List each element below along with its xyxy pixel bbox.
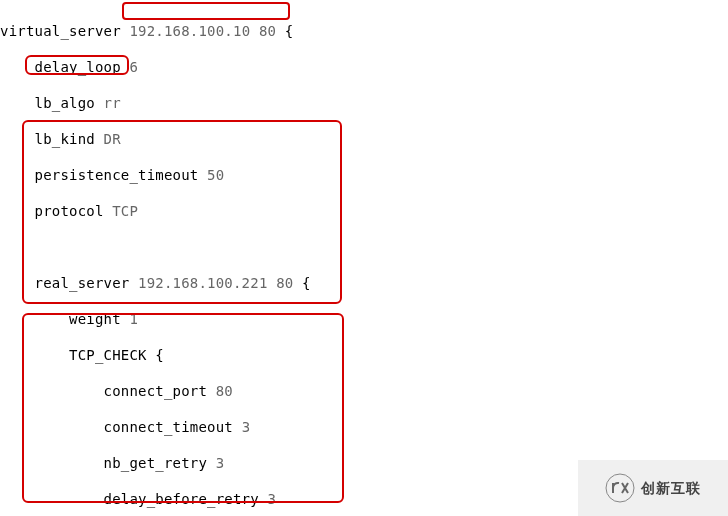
- watermark: 创新互联: [578, 460, 728, 516]
- kw-delay-before-retry-1: delay_before_retry: [104, 491, 259, 507]
- val-delay-loop: 6: [129, 59, 138, 75]
- real-server-1-ip: 192.168.100.221: [138, 275, 267, 291]
- kw-weight-1: weight: [69, 311, 121, 327]
- val-protocol: TCP: [112, 203, 138, 219]
- val-persistence-timeout: 50: [207, 167, 224, 183]
- val-nb-get-retry-1: 3: [216, 455, 225, 471]
- svg-point-0: [606, 474, 634, 502]
- kw-persistence-timeout: persistence_timeout: [35, 167, 199, 183]
- val-connect-timeout-1: 3: [242, 419, 251, 435]
- config-code-block: virtual_server 192.168.100.10 80 { delay…: [0, 0, 728, 516]
- kw-connect-port-1: connect_port: [104, 383, 208, 399]
- virtual-server-ip: 192.168.100.10: [129, 23, 250, 39]
- val-lb-kind: DR: [104, 131, 121, 147]
- val-lb-algo: rr: [104, 95, 121, 111]
- kw-lb-kind: lb_kind: [35, 131, 95, 147]
- kw-tcp-check-1: TCP_CHECK: [69, 347, 147, 363]
- val-delay-before-retry-1: 3: [268, 491, 277, 507]
- kw-nb-get-retry-1: nb_get_retry: [104, 455, 208, 471]
- kw-virtual-server: virtual_server: [0, 23, 121, 39]
- kw-delay-loop: delay_loop: [35, 59, 121, 75]
- val-connect-port-1: 80: [216, 383, 233, 399]
- kw-lb-algo: lb_algo: [35, 95, 95, 111]
- kw-real-server-1: real_server: [35, 275, 130, 291]
- real-server-1-port: 80: [276, 275, 293, 291]
- kw-protocol: protocol: [35, 203, 104, 219]
- watermark-text: 创新互联: [641, 479, 701, 497]
- cx-logo-icon: [605, 473, 635, 503]
- virtual-server-port: 80: [259, 23, 276, 39]
- val-weight-1: 1: [129, 311, 138, 327]
- kw-connect-timeout-1: connect_timeout: [104, 419, 233, 435]
